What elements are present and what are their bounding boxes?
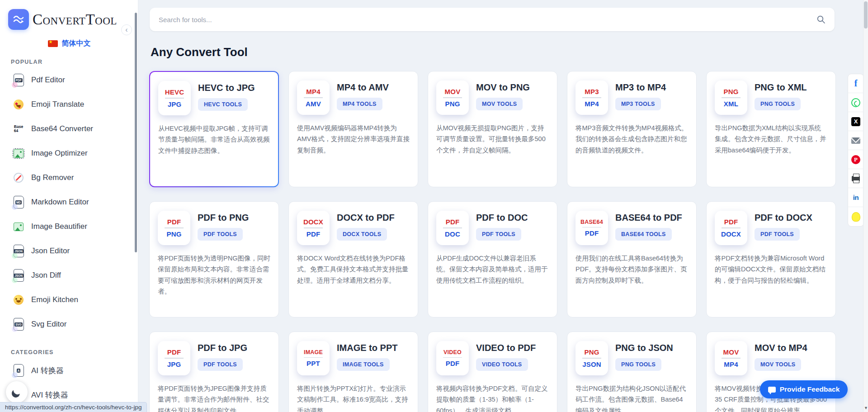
sidebar-item-label: Json Editor [31,246,70,256]
ai-file-icon: A [14,364,24,377]
card-header: IMAGEPPTIMAGE to PPTIMAGE TOOLS [297,341,410,375]
card-category-badge[interactable]: MOV TOOLS [755,358,801,371]
card-category-badge[interactable]: MOV TOOLS [476,98,523,110]
provide-feedback-button[interactable]: Provide Feedback [760,380,848,398]
sidebar-item-emoji-kitchen[interactable]: Emoji Kitchen [0,288,138,312]
language-selector[interactable]: ★ 简体中文 [0,39,138,48]
sidebar-item-label: Base64 Converter [31,124,93,133]
format-target: PNG [166,230,181,238]
card-head-text: PDF to PNGPDF TOOLS [198,211,249,241]
sidebar-item-pdf-editor[interactable]: PDFPdf Editor [0,68,138,92]
card-head-text: HEVC to JPGHEVC TOOLS [198,81,255,111]
logo[interactable]: ConvertTool [8,9,117,30]
status-url: https://converttool.org/zh-cn/hevc-tools… [5,404,142,411]
format-divider [722,97,741,98]
card-head-text: MOV to PNGMOV TOOLS [476,81,530,110]
icon-tag: SVG [14,322,23,327]
scroll-down-arrow-icon[interactable]: ▼ [863,406,868,410]
share-button-print[interactable] [848,169,863,188]
page-scrollbar[interactable]: ▼ [863,0,868,412]
tool-card-hevc-to-jpg[interactable]: HEVCJPGHEVC to JPGHEVC TOOLS从HEVC视频中提取JP… [149,71,279,187]
tool-card-docx-to-pdf[interactable]: DOCXPDFDOCX to PDFDOCX TOOLS将DOCX Word文档… [288,201,418,317]
tool-card-pdf-to-doc[interactable]: PDFDOCPDF to DOCPDF TOOLS从PDF生成DOC文件以兼容老… [428,201,557,317]
tool-card-mov-to-png[interactable]: MOVPNGMOV to PNGMOV TOOLS从MOV视频无损提取PNG图片… [428,71,557,187]
share-button-email[interactable] [848,131,863,150]
card-category-badge[interactable]: MP3 TOOLS [615,98,661,110]
format-badge-icon: PDFJPG [158,341,190,375]
card-category-badge[interactable]: VIDEO TOOLS [476,358,528,371]
tool-card-mp3-to-mp4[interactable]: MP3MP4MP3 to MP4MP3 TOOLS将MP3音频文件转换为MP4视… [567,71,697,187]
sidebar-item-label: AI 转换器 [31,365,64,376]
sidebar-item-image-beautifier[interactable]: Image Beautifier [0,214,138,239]
format-badge-icon: PNGJSON [576,341,608,375]
feedback-label: Provide Feedback [780,385,840,393]
card-title: BASE64 to PDF [615,213,682,223]
format-divider [443,97,462,98]
sidebar-scrollbar[interactable] [135,13,137,252]
sidebar-collapse-button[interactable]: ‹ [121,24,132,35]
format-badge-icon: PDFDOC [436,211,469,245]
tool-card-png-to-xml[interactable]: PNGXMLPNG to XMLPNG TOOLS导出PNG数据为XML结构以实… [706,71,836,187]
pdf-file-icon: PDF [14,74,24,86]
share-button-facebook[interactable]: f [848,74,863,93]
format-badge-icon: VIDEOPDF [436,341,469,375]
sidebar-item-markdown-editor[interactable]: MDMarkdown Editor [0,190,138,214]
card-title: DOCX to PDF [337,213,395,223]
card-category-badge[interactable]: HEVC TOOLS [198,98,248,111]
card-category-badge[interactable]: PNG TOOLS [615,358,661,371]
card-category-badge[interactable]: PDF TOOLS [476,228,521,241]
share-button-whatsapp[interactable] [848,93,863,112]
tool-card-pdf-to-png[interactable]: PDFPNGPDF to PNGPDF TOOLS将PDF页面转换为透明PNG图… [149,201,279,317]
heart-eyes-emoji-icon [13,98,24,111]
svg-file-icon: SVG [13,317,24,331]
card-category-badge[interactable]: BASE64 TOOLS [615,228,672,241]
card-title: PNG to XML [755,82,807,93]
card-category-badge[interactable]: DOCX TOOLS [337,228,387,241]
share-button-pinterest[interactable]: P [848,150,863,169]
sidebar-item-svg-editor[interactable]: SVGSvg Editor [0,312,138,336]
format-source: MOV [723,348,739,356]
search-input[interactable] [159,16,816,24]
share-button-linkedin[interactable]: in [848,188,863,207]
card-category-badge[interactable]: PDF TOOLS [198,358,243,371]
format-target: JSON [582,360,601,368]
sidebar-item-image-optimizer[interactable]: Image Optimizer [0,141,138,166]
card-category-badge[interactable]: PNG TOOLS [755,98,801,110]
sidebar-item-bg-remover[interactable]: Bg Remover [0,166,138,190]
tool-card-mov-to-mp4[interactable]: MOVMP4MOV to MP4MOV TOOLS将MOV视频转换为MP4格式，… [706,331,836,412]
share-rail: fXPin [848,74,864,227]
share-button-x[interactable]: X [848,112,863,131]
card-description: 导出PNG数据为XML结构以实现系统集成。包含文件元数据、尺寸信息，并采用bas… [715,123,827,156]
tool-card-base64-to-pdf[interactable]: BASE64PDFBASE64 to PDFBASE64 TOOLS使用我们的在… [567,201,697,317]
share-button-snapchat[interactable] [848,207,863,226]
sidebar-item-ai-[interactable]: AAI 转换器 [0,358,138,383]
sidebar-item-base64-converter[interactable]: Base64Base64 Converter [0,117,138,141]
format-badge-icon: BASE64PDF [576,211,608,245]
tool-card-mp4-to-amv[interactable]: MP4AMVMP4 to AMVMP4 TOOLS使用AMV视频编码器将MP4转… [288,71,418,187]
sidebar-item-label: Bg Remover [31,173,74,182]
page-scrollbar-thumb[interactable] [864,1,868,28]
card-category-badge[interactable]: IMAGE TOOLS [337,358,390,371]
theme-toggle-button[interactable] [6,381,28,403]
tool-card-png-to-json[interactable]: PNGJSONPNG to JSONPNG TOOLS导出PNG数据为结构化JS… [567,331,697,412]
tool-card-pdf-to-jpg[interactable]: PDFJPGPDF to JPGPDF TOOLS将PDF页面转换为JPEG图像… [149,331,279,412]
format-badge-icon: IMAGEPPT [297,341,330,375]
format-source: PDF [446,218,460,226]
card-head-text: IMAGE to PPTIMAGE TOOLS [337,341,397,371]
card-category-badge[interactable]: MP4 TOOLS [337,98,382,110]
tool-card-image-to-ppt[interactable]: IMAGEPPTIMAGE to PPTIMAGE TOOLS将图片转换为PPT… [288,331,418,412]
card-description: 使用我们的在线工具将Base64转换为PDF。支持每份文档添加多张图片、页面方向… [576,253,688,286]
sidebar-item-json-diff[interactable]: JSONJson Diff [0,263,138,288]
card-title: MOV to MP4 [755,343,807,353]
sidebar-item-emoji-translate[interactable]: Emoji Translate [0,92,138,117]
sidebar-item-json-editor[interactable]: JSONJson Editor [0,239,138,263]
image-optimizer-icon [13,147,24,160]
card-description: 从MOV视频无损提取PNG图片，支持可调节质量设置。可批量转换最多500个文件，… [436,123,549,156]
card-category-badge[interactable]: PDF TOOLS [755,228,800,241]
search-icon [816,15,826,24]
card-title: PDF to DOCX [755,213,812,223]
tool-card-pdf-to-docx[interactable]: PDFDOCXPDF to DOCXPDF TOOLS将PDF文档转换为兼容Mi… [706,201,836,317]
card-category-badge[interactable]: PDF TOOLS [198,228,243,241]
sidebar-item-label: Image Optimizer [31,149,88,158]
tool-card-video-to-pdf[interactable]: VIDEOPDFVIDEO to PDFVIDEO TOOLS将视频内容转换为P… [428,331,557,412]
